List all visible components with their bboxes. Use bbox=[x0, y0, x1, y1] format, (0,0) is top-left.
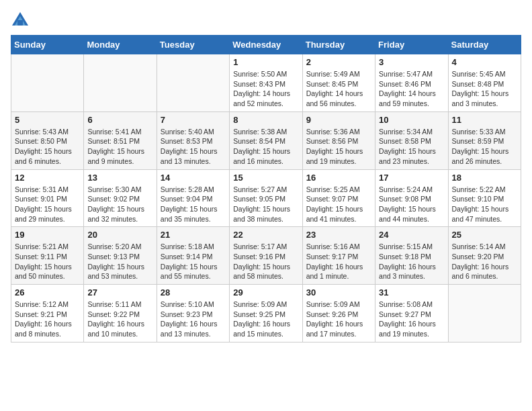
calendar-week-row: 12Sunrise: 5:31 AM Sunset: 9:01 PM Dayli… bbox=[11, 169, 521, 227]
calendar-cell: 13Sunrise: 5:30 AM Sunset: 9:02 PM Dayli… bbox=[84, 169, 157, 227]
svg-rect-2 bbox=[17, 20, 23, 26]
day-number: 14 bbox=[161, 173, 226, 183]
calendar-cell: 22Sunrise: 5:17 AM Sunset: 9:16 PM Dayli… bbox=[230, 227, 302, 285]
day-info: Sunrise: 5:38 AM Sunset: 8:54 PM Dayligh… bbox=[233, 127, 298, 167]
calendar-cell: 6Sunrise: 5:41 AM Sunset: 8:51 PM Daylig… bbox=[84, 111, 157, 169]
day-info: Sunrise: 5:16 AM Sunset: 9:17 PM Dayligh… bbox=[306, 242, 371, 281]
day-number: 10 bbox=[379, 115, 444, 125]
calendar-week-row: 26Sunrise: 5:12 AM Sunset: 9:21 PM Dayli… bbox=[11, 285, 521, 342]
weekday-header: Monday bbox=[84, 36, 157, 54]
day-number: 12 bbox=[15, 173, 80, 183]
calendar-cell: 18Sunrise: 5:22 AM Sunset: 9:10 PM Dayli… bbox=[448, 169, 521, 227]
day-info: Sunrise: 5:40 AM Sunset: 8:53 PM Dayligh… bbox=[161, 127, 226, 167]
day-number: 11 bbox=[452, 115, 517, 125]
day-number: 16 bbox=[306, 173, 371, 183]
day-number: 6 bbox=[87, 115, 152, 125]
day-info: Sunrise: 5:09 AM Sunset: 9:26 PM Dayligh… bbox=[306, 300, 371, 339]
calendar-cell: 31Sunrise: 5:08 AM Sunset: 9:27 PM Dayli… bbox=[375, 285, 448, 342]
calendar-cell: 21Sunrise: 5:18 AM Sunset: 9:14 PM Dayli… bbox=[157, 227, 229, 285]
day-info: Sunrise: 5:34 AM Sunset: 8:58 PM Dayligh… bbox=[379, 127, 444, 167]
day-number: 13 bbox=[87, 173, 152, 183]
day-number: 18 bbox=[452, 173, 517, 183]
day-info: Sunrise: 5:49 AM Sunset: 8:45 PM Dayligh… bbox=[306, 69, 371, 109]
weekday-header: Sunday bbox=[11, 36, 84, 54]
weekday-header: Friday bbox=[375, 36, 448, 54]
day-number: 3 bbox=[379, 57, 444, 67]
logo-icon bbox=[11, 11, 30, 30]
calendar: SundayMondayTuesdayWednesdayThursdayFrid… bbox=[11, 35, 521, 342]
day-info: Sunrise: 5:27 AM Sunset: 9:05 PM Dayligh… bbox=[233, 185, 298, 224]
calendar-cell: 15Sunrise: 5:27 AM Sunset: 9:05 PM Dayli… bbox=[230, 169, 302, 227]
calendar-cell: 27Sunrise: 5:11 AM Sunset: 9:22 PM Dayli… bbox=[84, 285, 157, 342]
weekday-header: Thursday bbox=[302, 36, 375, 54]
day-number: 25 bbox=[452, 230, 517, 240]
calendar-cell bbox=[448, 285, 521, 342]
calendar-cell: 14Sunrise: 5:28 AM Sunset: 9:04 PM Dayli… bbox=[157, 169, 229, 227]
calendar-cell: 20Sunrise: 5:20 AM Sunset: 9:13 PM Dayli… bbox=[84, 227, 157, 285]
calendar-cell bbox=[157, 54, 229, 112]
day-info: Sunrise: 5:31 AM Sunset: 9:01 PM Dayligh… bbox=[15, 185, 80, 224]
day-info: Sunrise: 5:09 AM Sunset: 9:25 PM Dayligh… bbox=[233, 300, 298, 339]
calendar-cell: 2Sunrise: 5:49 AM Sunset: 8:45 PM Daylig… bbox=[302, 54, 375, 112]
calendar-week-row: 19Sunrise: 5:21 AM Sunset: 9:11 PM Dayli… bbox=[11, 227, 521, 285]
day-info: Sunrise: 5:18 AM Sunset: 9:14 PM Dayligh… bbox=[161, 242, 226, 281]
weekday-header: Tuesday bbox=[157, 36, 229, 54]
calendar-cell: 29Sunrise: 5:09 AM Sunset: 9:25 PM Dayli… bbox=[230, 285, 302, 342]
calendar-cell bbox=[84, 54, 157, 112]
day-info: Sunrise: 5:12 AM Sunset: 9:21 PM Dayligh… bbox=[15, 300, 80, 339]
day-number: 23 bbox=[306, 230, 371, 240]
calendar-cell: 11Sunrise: 5:33 AM Sunset: 8:59 PM Dayli… bbox=[448, 111, 521, 169]
day-info: Sunrise: 5:33 AM Sunset: 8:59 PM Dayligh… bbox=[452, 127, 517, 167]
day-number: 29 bbox=[233, 287, 298, 298]
calendar-header-row: SundayMondayTuesdayWednesdayThursdayFrid… bbox=[11, 36, 521, 54]
day-info: Sunrise: 5:21 AM Sunset: 9:11 PM Dayligh… bbox=[15, 242, 80, 281]
day-info: Sunrise: 5:22 AM Sunset: 9:10 PM Dayligh… bbox=[452, 185, 517, 224]
day-info: Sunrise: 5:14 AM Sunset: 9:20 PM Dayligh… bbox=[452, 242, 517, 281]
calendar-cell: 8Sunrise: 5:38 AM Sunset: 8:54 PM Daylig… bbox=[230, 111, 302, 169]
day-info: Sunrise: 5:20 AM Sunset: 9:13 PM Dayligh… bbox=[87, 242, 152, 281]
day-number: 27 bbox=[87, 287, 152, 298]
calendar-cell: 16Sunrise: 5:25 AM Sunset: 9:07 PM Dayli… bbox=[302, 169, 375, 227]
day-info: Sunrise: 5:30 AM Sunset: 9:02 PM Dayligh… bbox=[87, 185, 152, 224]
day-number: 26 bbox=[15, 287, 80, 298]
day-info: Sunrise: 5:47 AM Sunset: 8:46 PM Dayligh… bbox=[379, 69, 444, 109]
day-number: 20 bbox=[87, 230, 152, 240]
weekday-header: Wednesday bbox=[230, 36, 302, 54]
day-info: Sunrise: 5:25 AM Sunset: 9:07 PM Dayligh… bbox=[306, 185, 371, 224]
weekday-header: Saturday bbox=[448, 36, 521, 54]
day-info: Sunrise: 5:45 AM Sunset: 8:48 PM Dayligh… bbox=[452, 69, 517, 109]
day-info: Sunrise: 5:15 AM Sunset: 9:18 PM Dayligh… bbox=[379, 242, 444, 281]
calendar-cell: 9Sunrise: 5:36 AM Sunset: 8:56 PM Daylig… bbox=[302, 111, 375, 169]
day-number: 22 bbox=[233, 230, 298, 240]
day-number: 8 bbox=[233, 115, 298, 125]
page-header bbox=[11, 11, 521, 30]
calendar-cell: 17Sunrise: 5:24 AM Sunset: 9:08 PM Dayli… bbox=[375, 169, 448, 227]
calendar-header: SundayMondayTuesdayWednesdayThursdayFrid… bbox=[11, 36, 521, 54]
calendar-cell: 24Sunrise: 5:15 AM Sunset: 9:18 PM Dayli… bbox=[375, 227, 448, 285]
calendar-cell: 1Sunrise: 5:50 AM Sunset: 8:43 PM Daylig… bbox=[230, 54, 302, 112]
calendar-cell: 30Sunrise: 5:09 AM Sunset: 9:26 PM Dayli… bbox=[302, 285, 375, 342]
day-info: Sunrise: 5:41 AM Sunset: 8:51 PM Dayligh… bbox=[87, 127, 152, 167]
calendar-week-row: 1Sunrise: 5:50 AM Sunset: 8:43 PM Daylig… bbox=[11, 54, 521, 112]
day-info: Sunrise: 5:11 AM Sunset: 9:22 PM Dayligh… bbox=[87, 300, 152, 339]
day-number: 15 bbox=[233, 173, 298, 183]
day-info: Sunrise: 5:43 AM Sunset: 8:50 PM Dayligh… bbox=[15, 127, 80, 167]
calendar-week-row: 5Sunrise: 5:43 AM Sunset: 8:50 PM Daylig… bbox=[11, 111, 521, 169]
calendar-cell: 4Sunrise: 5:45 AM Sunset: 8:48 PM Daylig… bbox=[448, 54, 521, 112]
day-number: 4 bbox=[452, 57, 517, 67]
calendar-cell: 7Sunrise: 5:40 AM Sunset: 8:53 PM Daylig… bbox=[157, 111, 229, 169]
calendar-cell: 12Sunrise: 5:31 AM Sunset: 9:01 PM Dayli… bbox=[11, 169, 84, 227]
day-number: 1 bbox=[233, 57, 298, 67]
calendar-cell: 19Sunrise: 5:21 AM Sunset: 9:11 PM Dayli… bbox=[11, 227, 84, 285]
day-number: 7 bbox=[161, 115, 226, 125]
calendar-cell: 25Sunrise: 5:14 AM Sunset: 9:20 PM Dayli… bbox=[448, 227, 521, 285]
calendar-cell: 26Sunrise: 5:12 AM Sunset: 9:21 PM Dayli… bbox=[11, 285, 84, 342]
calendar-cell: 5Sunrise: 5:43 AM Sunset: 8:50 PM Daylig… bbox=[11, 111, 84, 169]
day-number: 17 bbox=[379, 173, 444, 183]
day-info: Sunrise: 5:24 AM Sunset: 9:08 PM Dayligh… bbox=[379, 185, 444, 224]
day-number: 5 bbox=[15, 115, 80, 125]
day-info: Sunrise: 5:10 AM Sunset: 9:23 PM Dayligh… bbox=[161, 300, 226, 339]
day-number: 19 bbox=[15, 230, 80, 240]
calendar-cell: 3Sunrise: 5:47 AM Sunset: 8:46 PM Daylig… bbox=[375, 54, 448, 112]
calendar-cell: 10Sunrise: 5:34 AM Sunset: 8:58 PM Dayli… bbox=[375, 111, 448, 169]
